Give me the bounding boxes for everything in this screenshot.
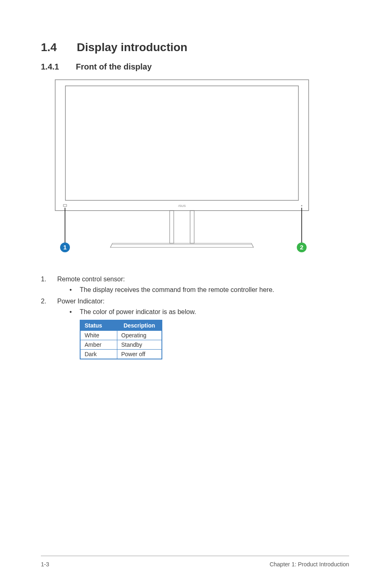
callout-2-label: 2: [300, 244, 303, 251]
table-header-status: Status: [80, 320, 117, 331]
table-row: Dark Power off: [80, 350, 162, 359]
item-label: Remote control sensor:: [57, 276, 349, 283]
item-label: Power Indicator:: [57, 298, 349, 305]
item-number: 1.: [41, 276, 57, 294]
svg-point-4: [301, 205, 303, 206]
svg-text:/SUS: /SUS: [178, 204, 186, 208]
bullet-marker: •: [69, 286, 80, 294]
table-cell: Power off: [117, 350, 162, 359]
svg-rect-6: [190, 211, 194, 243]
list-item-1: 1. Remote control sensor: • The display …: [41, 276, 349, 294]
item-number: 2.: [41, 298, 57, 316]
section-number: 1.4: [41, 41, 74, 54]
section-title: Display introduction: [77, 41, 188, 54]
bullet-item: • The display receives the command from …: [69, 286, 349, 294]
subsection-title: Front of the display: [76, 62, 152, 71]
section-heading: 1.4 Display introduction: [41, 41, 349, 54]
svg-rect-1: [65, 86, 298, 200]
svg-rect-5: [170, 211, 174, 243]
subsection-number: 1.4.1: [41, 62, 74, 72]
table-cell: White: [80, 331, 117, 340]
bullet-marker: •: [69, 308, 80, 316]
subsection-heading: 1.4.1 Front of the display: [41, 62, 349, 72]
table-cell: Operating: [117, 331, 162, 340]
page-footer: 1-3 Chapter 1: Product Introduction: [41, 556, 349, 568]
table-row: Amber Standby: [80, 340, 162, 350]
chapter-label: Chapter 1: Product Introduction: [269, 561, 349, 568]
table-cell: Dark: [80, 350, 117, 359]
svg-rect-0: [55, 80, 309, 211]
status-table: Status Description White Operating Amber…: [80, 320, 162, 359]
table-cell: Amber: [80, 340, 117, 350]
figure-monitor-front: /SUS 1 2: [53, 78, 349, 259]
table-cell: Standby: [117, 340, 162, 350]
callout-1-label: 1: [63, 244, 67, 251]
list-item-2: 2. Power Indicator: • The color of power…: [41, 298, 349, 316]
bullet-text: The display receives the command from th…: [80, 286, 274, 294]
bullet-item: • The color of power indicator is as bel…: [69, 308, 349, 316]
table-row: White Operating: [80, 331, 162, 340]
monitor-diagram: /SUS 1 2: [53, 78, 311, 258]
description-list: 1. Remote control sensor: • The display …: [41, 276, 349, 316]
table-header-description: Description: [117, 320, 162, 331]
svg-rect-3: [63, 204, 67, 206]
page-number: 1-3: [41, 561, 49, 568]
bullet-text: The color of power indicator is as below…: [80, 308, 196, 316]
